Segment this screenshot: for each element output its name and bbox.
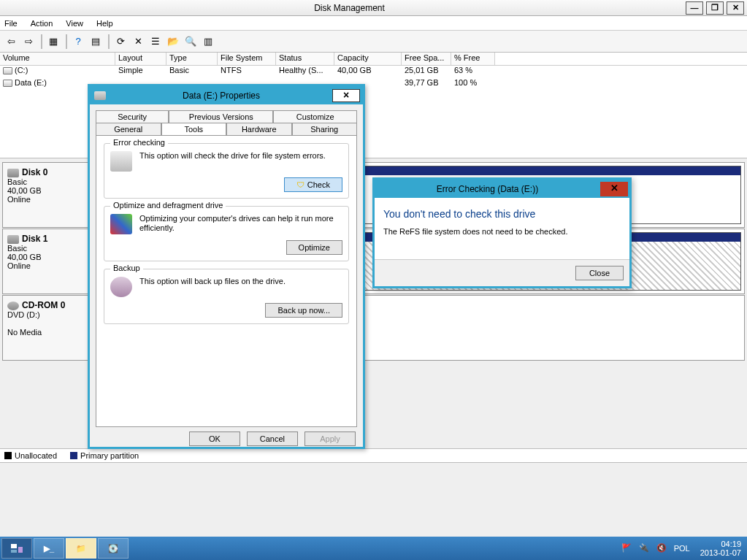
defrag-icon: [110, 214, 132, 234]
help-icon[interactable]: ?: [70, 34, 86, 50]
minimize-button[interactable]: —: [686, 1, 703, 15]
backup-button[interactable]: Back up now...: [265, 303, 342, 318]
tab-hardware[interactable]: Hardware: [226, 123, 292, 135]
back-icon[interactable]: ⇦: [3, 34, 19, 50]
col-free[interactable]: Free Spa...: [402, 53, 451, 65]
tab-tools[interactable]: Tools: [161, 123, 227, 135]
drive-icon: [94, 91, 106, 100]
dialog-titlebar[interactable]: Data (E:) Properties ×: [90, 86, 363, 104]
separator: [66, 34, 67, 49]
separator: [41, 34, 42, 49]
msgbox-titlebar[interactable]: Error Checking (Data (E:)) ✕: [375, 180, 629, 198]
menu-view[interactable]: View: [66, 19, 83, 28]
maximize-button[interactable]: ❐: [706, 1, 724, 15]
swatch-unallocated: [4, 452, 12, 459]
optimize-group: Optimize and defragment drive Optimizing…: [104, 206, 349, 261]
close-button[interactable]: ✕: [727, 1, 744, 15]
cancel-button[interactable]: Cancel: [247, 431, 298, 446]
tab-security[interactable]: Security: [96, 110, 169, 123]
clock[interactable]: 04:19 2013-01-07: [700, 540, 741, 557]
taskbar-powershell[interactable]: ▶_: [34, 538, 64, 559]
list-icon[interactable]: ☰: [148, 34, 164, 50]
system-tray: 🚩 🔌 🔇 POL 04:19 2013-01-07: [614, 540, 747, 557]
swatch-primary: [70, 452, 77, 459]
cdrom-icon: [7, 302, 19, 310]
menu-action[interactable]: Action: [31, 19, 53, 28]
col-layout[interactable]: Layout: [115, 53, 166, 65]
col-status[interactable]: Status: [276, 53, 334, 65]
tab-sharing[interactable]: Sharing: [292, 123, 358, 135]
svg-rect-2: [18, 547, 23, 553]
apply-button: Apply: [304, 431, 356, 446]
sound-icon[interactable]: 🔇: [656, 543, 667, 553]
svg-rect-1: [11, 550, 17, 553]
error-checking-messagebox: Error Checking (Data (E:)) ✕ You don't n…: [372, 177, 632, 288]
svg-rect-0: [11, 544, 17, 548]
close-icon[interactable]: ✕: [600, 182, 628, 196]
flag-icon[interactable]: 🚩: [621, 543, 632, 553]
taskbar-disk-management[interactable]: 💽: [98, 538, 129, 559]
drive-icon: [3, 80, 12, 87]
properties-icon[interactable]: ▦: [45, 34, 61, 50]
menu-help[interactable]: Help: [96, 19, 113, 28]
taskbar-explorer[interactable]: 📁: [66, 538, 96, 559]
open-icon[interactable]: 📂: [165, 34, 181, 50]
search-icon[interactable]: 🔍: [183, 34, 199, 50]
forward-icon[interactable]: ⇨: [20, 34, 37, 50]
col-fs[interactable]: File System: [218, 53, 276, 65]
close-icon[interactable]: ×: [332, 89, 360, 102]
legend: Unallocated Primary partition: [0, 448, 747, 463]
options-icon[interactable]: ▤: [88, 34, 104, 50]
drive-icon: [3, 67, 12, 74]
col-type[interactable]: Type: [166, 53, 218, 65]
taskbar-server-manager[interactable]: [1, 538, 32, 559]
disk-icon: [7, 235, 19, 244]
toolbar: ⇦ ⇨ ▦ ? ▤ ⟳ ✕ ☰ 📂 🔍 ▥: [0, 31, 747, 53]
tab-customize[interactable]: Customize: [273, 110, 357, 123]
window-title: Disk Management: [15, 3, 684, 13]
disk-icon: [7, 169, 19, 177]
menu-file[interactable]: File: [4, 19, 18, 28]
col-capacity[interactable]: Capacity: [334, 53, 402, 65]
msgbox-heading: You don't need to check this drive: [383, 208, 621, 220]
properties-dialog: Data (E:) Properties × Security Previous…: [88, 84, 365, 449]
separator: [108, 34, 110, 49]
network-icon[interactable]: 🔌: [639, 543, 649, 553]
table-row[interactable]: (C:) Simple Basic NTFS Healthy (S... 40,…: [0, 66, 747, 78]
menu-bar: File Action View Help: [0, 16, 747, 31]
backup-group: Backup This option will back up files on…: [104, 269, 349, 324]
col-volume[interactable]: Volume: [0, 53, 115, 65]
main-titlebar: Disk Management — ❐ ✕: [0, 0, 747, 16]
refresh-icon[interactable]: ⟳: [112, 34, 129, 50]
backup-icon: [110, 277, 132, 297]
tab-general[interactable]: General: [96, 123, 161, 135]
delete-icon[interactable]: ✕: [130, 34, 146, 50]
msgbox-text: The ReFS file system does not need to be…: [383, 227, 621, 236]
optimize-button[interactable]: Optimize: [286, 240, 342, 255]
drive-check-icon: [110, 151, 132, 172]
close-button[interactable]: Close: [575, 266, 624, 280]
check-button[interactable]: 🛡Check: [284, 177, 342, 192]
error-checking-group: Error checking This option will check th…: [104, 143, 349, 199]
ok-button[interactable]: OK: [189, 431, 240, 446]
tab-previous-versions[interactable]: Previous Versions: [169, 110, 273, 123]
taskbar: ▶_ 📁 💽 🚩 🔌 🔇 POL 04:19 2013-01-07: [0, 537, 747, 560]
detail-icon[interactable]: ▥: [200, 34, 216, 50]
language-indicator[interactable]: POL: [674, 544, 690, 553]
col-pct[interactable]: % Free: [451, 53, 495, 65]
